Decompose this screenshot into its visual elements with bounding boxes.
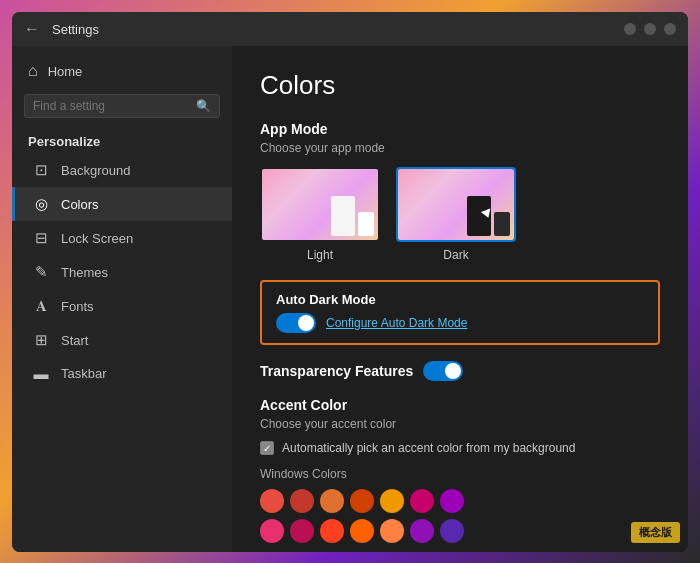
dark-mode-bg	[398, 169, 514, 240]
content-area: ⌂ Home 🔍 Personalize ⊡ Background ◎ Colo…	[12, 46, 688, 552]
search-box[interactable]: 🔍	[24, 94, 220, 118]
search-input[interactable]	[33, 99, 196, 113]
transparency-knob	[445, 363, 461, 379]
start-icon: ⊞	[31, 331, 51, 349]
search-icon: 🔍	[196, 99, 211, 113]
home-icon: ⌂	[28, 62, 38, 80]
background-icon: ⊡	[31, 161, 51, 179]
dark-mode-preview	[396, 167, 516, 242]
color-swatch[interactable]	[320, 489, 344, 513]
sidebar-item-lockscreen[interactable]: ⊟ Lock Screen	[12, 221, 232, 255]
light-mode-bg	[262, 169, 378, 240]
sidebar-item-taskbar[interactable]: ▬ Taskbar	[12, 357, 232, 390]
color-swatch[interactable]	[440, 519, 464, 543]
titlebar: ← Settings	[12, 12, 688, 46]
color-swatch[interactable]	[380, 489, 404, 513]
checkbox-checkmark: ✓	[263, 443, 271, 454]
auto-dark-link[interactable]: Configure Auto Dark Mode	[326, 316, 467, 330]
sidebar-item-start[interactable]: ⊞ Start	[12, 323, 232, 357]
page-title: Colors	[260, 70, 660, 101]
light-mode-preview	[260, 167, 380, 242]
color-swatch[interactable]	[440, 489, 464, 513]
window-title: Settings	[52, 22, 99, 37]
color-swatch[interactable]	[260, 519, 284, 543]
sidebar-item-fonts[interactable]: 𝐀 Fonts	[12, 289, 232, 323]
light-panel-2	[358, 212, 374, 236]
color-row-1	[260, 489, 660, 513]
colors-icon: ◎	[31, 195, 51, 213]
watermark: 概念版	[631, 522, 680, 543]
auto-dark-toggle[interactable]	[276, 313, 316, 333]
themes-icon: ✎	[31, 263, 51, 281]
light-mode-option[interactable]: Light	[260, 167, 380, 262]
sidebar-item-colors[interactable]: ◎ Colors	[12, 187, 232, 221]
transparency-toggle[interactable]	[423, 361, 463, 381]
transparency-row: Transparency Features	[260, 361, 660, 381]
color-grid	[260, 489, 660, 543]
mode-thumbnails: Light Dark	[260, 167, 660, 262]
app-mode-subtitle: Choose your app mode	[260, 141, 660, 155]
color-swatch[interactable]	[410, 519, 434, 543]
sidebar: ⌂ Home 🔍 Personalize ⊡ Background ◎ Colo…	[12, 46, 232, 552]
sidebar-section-label: Personalize	[12, 124, 232, 153]
light-mode-panels	[331, 196, 374, 236]
main-panel: Colors App Mode Choose your app mode	[232, 46, 688, 552]
auto-accent-row: ✓ Automatically pick an accent color fro…	[260, 441, 660, 455]
dark-mode-option[interactable]: Dark	[396, 167, 516, 262]
light-panel-1	[331, 196, 355, 236]
accent-subtitle: Choose your accent color	[260, 417, 660, 431]
settings-window: ← Settings ⌂ Home 🔍 Personalize ⊡ Backgr…	[12, 12, 688, 552]
transparency-title: Transparency Features	[260, 363, 413, 379]
taskbar-icon: ▬	[31, 365, 51, 382]
auto-accent-checkbox[interactable]: ✓	[260, 441, 274, 455]
window-controls	[624, 23, 676, 35]
sidebar-item-background[interactable]: ⊡ Background	[12, 153, 232, 187]
color-swatch[interactable]	[380, 519, 404, 543]
app-mode-title: App Mode	[260, 121, 660, 137]
auto-dark-mode-box: Auto Dark Mode Configure Auto Dark Mode	[260, 280, 660, 345]
light-mode-label: Light	[307, 248, 333, 262]
close-button[interactable]	[664, 23, 676, 35]
dark-panel-2	[494, 212, 510, 236]
accent-title: Accent Color	[260, 397, 660, 413]
fonts-icon: 𝐀	[31, 297, 51, 315]
color-swatch[interactable]	[320, 519, 344, 543]
color-swatch[interactable]	[410, 489, 434, 513]
color-swatch[interactable]	[350, 489, 374, 513]
windows-colors-label: Windows Colors	[260, 467, 660, 481]
auto-dark-toggle-row: Configure Auto Dark Mode	[276, 313, 644, 333]
color-row-2	[260, 519, 660, 543]
color-swatch[interactable]	[290, 489, 314, 513]
color-swatch[interactable]	[350, 519, 374, 543]
lockscreen-icon: ⊟	[31, 229, 51, 247]
sidebar-item-themes[interactable]: ✎ Themes	[12, 255, 232, 289]
minimize-button[interactable]	[624, 23, 636, 35]
dark-mode-label: Dark	[443, 248, 468, 262]
maximize-button[interactable]	[644, 23, 656, 35]
auto-dark-title: Auto Dark Mode	[276, 292, 644, 307]
toggle-knob	[298, 315, 314, 331]
color-swatch[interactable]	[260, 489, 284, 513]
sidebar-item-home[interactable]: ⌂ Home	[12, 54, 232, 88]
back-button[interactable]: ←	[24, 20, 40, 38]
color-swatch[interactable]	[290, 519, 314, 543]
auto-accent-label: Automatically pick an accent color from …	[282, 441, 575, 455]
